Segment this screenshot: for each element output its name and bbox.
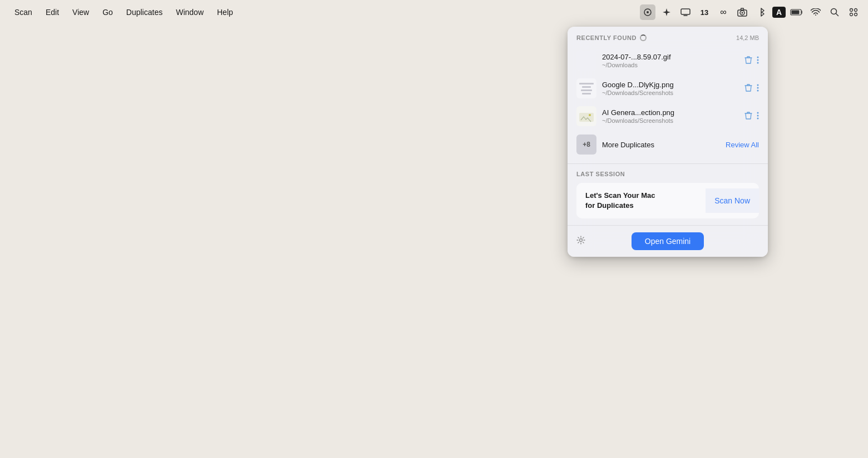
svg-point-16: [757, 84, 759, 86]
loading-spinner-icon: [640, 34, 647, 41]
menu-view[interactable]: View: [67, 6, 95, 19]
more-png1-button[interactable]: [757, 84, 759, 93]
file-name-gif: 2024-07-...8.59.07.gif: [602, 53, 739, 61]
scan-card-text: Let's Scan Your Mac for Duplicates: [585, 191, 697, 211]
delete-gif-button[interactable]: [744, 56, 752, 66]
recently-found-section: RECENTLY FOUND 14,2 MB 2024-07-...8.59.0…: [568, 27, 768, 163]
file-path-png1: ~/Downloads/Screenshots: [602, 89, 739, 96]
menu-go[interactable]: Go: [97, 6, 119, 19]
recently-found-size: 14,2 MB: [736, 34, 759, 41]
more-png2-button[interactable]: [757, 112, 759, 121]
section-title-recently-found: RECENTLY FOUND: [576, 34, 647, 41]
svg-point-21: [757, 112, 759, 113]
delete-png1-button[interactable]: [744, 83, 752, 94]
menu-help[interactable]: Help: [211, 6, 239, 19]
svg-point-17: [757, 87, 759, 88]
svg-point-18: [757, 89, 759, 91]
file-path-png2: ~/Downloads/Screenshots: [602, 117, 739, 124]
file-icon-png2: [576, 106, 596, 126]
panel-footer: Open Gemini: [568, 225, 768, 257]
file-name-png2: AI Genera...ection.png: [602, 108, 739, 117]
scan-now-button[interactable]: Scan Now: [714, 196, 750, 205]
more-duplicates-label: More Duplicates: [602, 141, 720, 149]
open-gemini-button[interactable]: Open Gemini: [632, 232, 704, 250]
last-session-section: LAST SESSION Let's Scan Your Mac for Dup…: [568, 163, 768, 225]
more-count-badge: +8: [576, 135, 596, 155]
file-info-gif: 2024-07-...8.59.07.gif ~/Downloads: [602, 53, 739, 68]
file-icon-gif: [576, 51, 596, 71]
file-path-gif: ~/Downloads: [602, 62, 739, 68]
last-session-title: LAST SESSION: [576, 171, 759, 177]
svg-point-22: [757, 114, 759, 116]
svg-point-23: [757, 117, 759, 119]
file-info-png1: Google D...DlyKjg.png ~/Downloads/Screen…: [602, 81, 739, 96]
menu-bar: Scan Edit View Go Duplicates Window Help: [0, 0, 868, 24]
scan-card-text-area: Let's Scan Your Mac for Duplicates: [576, 183, 706, 218]
file-info-png2: AI Genera...ection.png ~/Downloads/Scree…: [602, 108, 739, 124]
svg-point-14: [757, 59, 759, 61]
menu-items: Scan Edit View Go Duplicates Window Help: [9, 6, 239, 19]
file-actions-png1: [744, 83, 759, 94]
svg-point-20: [589, 114, 591, 116]
file-item-gif: 2024-07-...8.59.07.gif ~/Downloads: [576, 47, 759, 74]
settings-gear-icon[interactable]: [576, 236, 585, 247]
delete-png2-button[interactable]: [744, 111, 752, 122]
menu-duplicates[interactable]: Duplicates: [121, 6, 168, 19]
more-duplicates-row: +8 More Duplicates Review All: [576, 130, 759, 159]
file-icon-png1: [576, 78, 596, 98]
file-actions-gif: [744, 56, 759, 66]
svg-point-24: [580, 239, 583, 242]
menu-scan[interactable]: Scan: [9, 6, 38, 19]
scan-card: Let's Scan Your Mac for Duplicates Scan …: [576, 183, 759, 218]
svg-rect-19: [579, 113, 594, 122]
menu-edit[interactable]: Edit: [40, 6, 65, 19]
svg-point-15: [757, 62, 759, 63]
recently-found-header: RECENTLY FOUND 14,2 MB: [576, 34, 759, 41]
dropdown-panel: RECENTLY FOUND 14,2 MB 2024-07-...8.59.0…: [568, 27, 768, 257]
svg-point-13: [757, 56, 759, 58]
file-name-png1: Google D...DlyKjg.png: [602, 81, 739, 89]
review-all-button[interactable]: Review All: [726, 141, 759, 149]
scan-card-right: Scan Now: [706, 188, 759, 213]
file-item-png1: Google D...DlyKjg.png ~/Downloads/Screen…: [576, 74, 759, 102]
file-actions-png2: [744, 111, 759, 122]
menu-window[interactable]: Window: [170, 6, 209, 19]
more-gif-button[interactable]: [757, 56, 759, 66]
file-item-png2: AI Genera...ection.png ~/Downloads/Scree…: [576, 102, 759, 130]
